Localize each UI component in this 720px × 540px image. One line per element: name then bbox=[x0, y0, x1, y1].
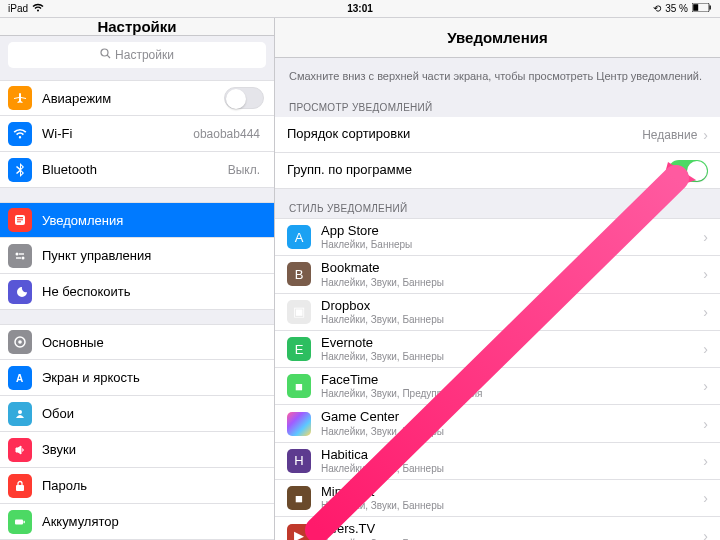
sidebar-item-bluetooth[interactable]: BluetoothВыкл. bbox=[0, 152, 274, 188]
app-sub: Наклейки, Звуки, Баннеры bbox=[321, 426, 703, 437]
sidebar-item-не-беспокоить[interactable]: Не беспокоить bbox=[0, 274, 274, 310]
sidebar-item-label: Экран и яркость bbox=[42, 370, 264, 385]
app-row-bookmate[interactable]: BBookmateНаклейки, Звуки, Баннеры› bbox=[275, 256, 720, 293]
status-bar: iPad 13:01 ⟲ 35 % bbox=[0, 0, 720, 18]
sidebar-item-label: Авиарежим bbox=[42, 91, 224, 106]
app-name: Peers.TV bbox=[321, 522, 703, 536]
sidebar-item-пароль[interactable]: Пароль bbox=[0, 468, 274, 504]
chevron-right-icon: › bbox=[703, 490, 708, 506]
notifications-icon bbox=[8, 208, 32, 232]
app-sub: Наклейки, Звуки, Предупреждения bbox=[321, 388, 703, 399]
app-sub: Наклейки, Звуки, Баннеры bbox=[321, 314, 703, 325]
svg-point-14 bbox=[18, 340, 22, 344]
app-icon: E bbox=[287, 337, 311, 361]
app-row-facetime[interactable]: ■FaceTimeНаклейки, Звуки, Предупреждения… bbox=[275, 368, 720, 405]
svg-rect-17 bbox=[16, 485, 24, 491]
sidebar-item-wi-fi[interactable]: Wi-Fiobaobab444 bbox=[0, 116, 274, 152]
sort-value: Недавние bbox=[642, 128, 697, 142]
app-icon: ■ bbox=[287, 486, 311, 510]
chevron-right-icon: › bbox=[703, 528, 708, 540]
svg-text:A: A bbox=[16, 373, 23, 384]
svg-rect-2 bbox=[710, 6, 711, 10]
sidebar-item-label: Пункт управления bbox=[42, 248, 264, 263]
sidebar-item-аккумулятор[interactable]: Аккумулятор bbox=[0, 504, 274, 540]
app-row-game-center[interactable]: Game CenterНаклейки, Звуки, Баннеры› bbox=[275, 405, 720, 442]
app-name: App Store bbox=[321, 224, 703, 238]
app-sub: Наклейки, Звуки, Баннеры bbox=[321, 463, 703, 474]
clock: 13:01 bbox=[347, 3, 373, 14]
sidebar-item-label: Не беспокоить bbox=[42, 284, 264, 299]
chevron-right-icon: › bbox=[703, 229, 708, 245]
wallpaper-icon bbox=[8, 402, 32, 426]
app-name: Game Center bbox=[321, 410, 703, 424]
row-group-by-app[interactable]: Групп. по программе bbox=[275, 153, 720, 189]
svg-rect-1 bbox=[693, 4, 698, 11]
display-icon: A bbox=[8, 366, 32, 390]
app-name: Dropbox bbox=[321, 299, 703, 313]
svg-point-9 bbox=[16, 252, 19, 255]
sidebar-item-label: Уведомления bbox=[42, 213, 264, 228]
app-sub: Наклейки, Звуки, Баннеры bbox=[321, 277, 703, 288]
chevron-right-icon: › bbox=[703, 341, 708, 357]
dnd-icon bbox=[8, 280, 32, 304]
row-sort-order[interactable]: Порядок сортировки Недавние › bbox=[275, 117, 720, 153]
group-header-view: ПРОСМОТР УВЕДОМЛЕНИЙ bbox=[275, 88, 720, 117]
app-row-dropbox[interactable]: ▣DropboxНаклейки, Звуки, Баннеры› bbox=[275, 294, 720, 331]
chevron-right-icon: › bbox=[703, 127, 708, 143]
sounds-icon bbox=[8, 438, 32, 462]
sidebar-item-label: Аккумулятор bbox=[42, 514, 264, 529]
battery-icon bbox=[692, 3, 712, 14]
group-by-app-label: Групп. по программе bbox=[287, 163, 668, 177]
app-row-minecraft[interactable]: ■MinecraftНаклейки, Звуки, Баннеры› bbox=[275, 480, 720, 517]
app-name: Evernote bbox=[321, 336, 703, 350]
app-sub: Наклейки, Баннеры bbox=[321, 239, 703, 250]
sidebar-item-основные[interactable]: Основные bbox=[0, 324, 274, 360]
sidebar-title: Настройки bbox=[0, 18, 274, 36]
svg-rect-19 bbox=[24, 520, 25, 522]
sidebar-item-label: Звуки bbox=[42, 442, 264, 457]
battery-percent: 35 % bbox=[665, 3, 688, 14]
detail-pane: Уведомления Смахните вниз с верхней част… bbox=[275, 18, 720, 540]
sidebar-item-value: Выкл. bbox=[228, 163, 260, 177]
svg-rect-12 bbox=[16, 257, 21, 258]
sidebar-item-звуки[interactable]: Звуки bbox=[0, 432, 274, 468]
search-icon bbox=[100, 48, 111, 62]
sidebar-item-обои[interactable]: Обои bbox=[0, 396, 274, 432]
sidebar: Настройки Настройки АвиарежимWi-Fiobaoba… bbox=[0, 18, 275, 540]
app-icon: ■ bbox=[287, 374, 311, 398]
svg-rect-7 bbox=[17, 219, 23, 220]
chevron-right-icon: › bbox=[703, 453, 708, 469]
detail-title: Уведомления bbox=[275, 18, 720, 58]
app-name: Minecraft bbox=[321, 485, 703, 499]
app-name: Habitica bbox=[321, 448, 703, 462]
sidebar-item-label: Основные bbox=[42, 335, 264, 350]
sidebar-item-пункт-управления[interactable]: Пункт управления bbox=[0, 238, 274, 274]
app-row-evernote[interactable]: EEvernoteНаклейки, Звуки, Баннеры› bbox=[275, 331, 720, 368]
sidebar-item-label: Wi-Fi bbox=[42, 126, 193, 141]
airplane-toggle[interactable] bbox=[224, 87, 264, 109]
sidebar-item-экран-и-яркость[interactable]: AЭкран и яркость bbox=[0, 360, 274, 396]
svg-point-3 bbox=[101, 49, 108, 56]
app-row-habitica[interactable]: HHabiticaНаклейки, Звуки, Баннеры› bbox=[275, 443, 720, 480]
sidebar-item-label: Пароль bbox=[42, 478, 264, 493]
search-input[interactable]: Настройки bbox=[8, 42, 266, 68]
general-icon bbox=[8, 330, 32, 354]
control-center-icon bbox=[8, 244, 32, 268]
group-by-app-toggle[interactable] bbox=[668, 160, 708, 182]
group-header-style: СТИЛЬ УВЕДОМЛЕНИЙ bbox=[275, 189, 720, 218]
sidebar-item-авиарежим[interactable]: Авиарежим bbox=[0, 80, 274, 116]
svg-rect-6 bbox=[17, 217, 23, 218]
app-icon: A bbox=[287, 225, 311, 249]
app-row-app-store[interactable]: AApp StoreНаклейки, Баннеры› bbox=[275, 218, 720, 256]
app-row-peers-tv[interactable]: ▶Peers.TVНаклейки, Звуки, Баннеры› bbox=[275, 517, 720, 540]
svg-line-4 bbox=[107, 55, 110, 58]
sidebar-item-уведомления[interactable]: Уведомления bbox=[0, 202, 274, 238]
battery-icon bbox=[8, 510, 32, 534]
svg-point-11 bbox=[22, 256, 25, 259]
chevron-right-icon: › bbox=[703, 416, 708, 432]
svg-rect-18 bbox=[15, 519, 23, 524]
sidebar-item-label: Bluetooth bbox=[42, 162, 228, 177]
app-icon bbox=[287, 412, 311, 436]
app-name: Bookmate bbox=[321, 261, 703, 275]
app-icon: ▶ bbox=[287, 524, 311, 540]
